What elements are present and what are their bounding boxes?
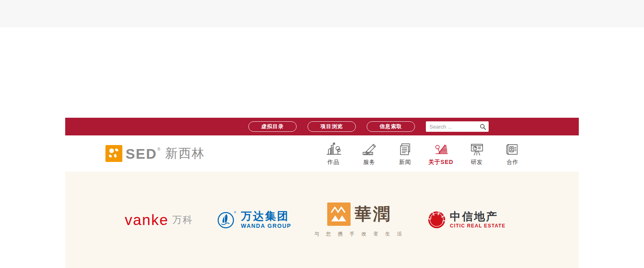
vanke-wordmark: vanke [125,213,169,227]
project-browse-button[interactable]: 项目浏览 [308,121,356,132]
huarun-tagline: 与 您 携 手 改 变 生 活 [314,231,405,237]
hero-white-space [0,27,644,118]
main-header: SED® 新西林 作 [65,135,579,172]
nav-item-works[interactable]: 作品 [316,141,351,166]
nav-item-news[interactable]: 新闻 [387,141,423,166]
huarun-calligraphy: 華潤 [355,203,392,225]
citic-english: CITIC REAL ESTATE [450,223,506,229]
nav-label: 研发 [471,159,483,166]
news-documents-icon [396,141,414,158]
buildings-tree-icon [325,141,343,158]
citic-ring-icon: CITIC [427,211,446,229]
nav-item-cooperation[interactable]: 合作 [495,141,530,166]
wanda-english: WANDA GROUP [241,223,291,229]
magnifier-icon[interactable] [479,123,486,130]
virtual-catalog-button[interactable]: 虚拟目录 [248,121,297,132]
clover-icon [105,145,122,162]
wanda-chinese: 万达集团 [241,211,291,222]
partner-citic[interactable]: CITIC 中信地产 CITIC REAL ESTATE [427,211,506,229]
partner-huarun[interactable]: 華潤 与 您 携 手 改 变 生 活 [314,203,405,237]
search-box [426,121,489,132]
trademark-symbol: ® [234,211,236,214]
partner-vanke[interactable]: vanke 万科 [125,213,193,227]
sail-circle-icon: ® [216,209,237,230]
red-toolbar: 虚拟目录 项目浏览 信息索取 [65,118,579,135]
top-gray-band [0,0,644,27]
nav-label: 服务 [363,159,376,166]
sed-logo[interactable]: SED® 新西林 [105,145,205,162]
citic-chinese: 中信地产 [450,211,506,223]
search-input[interactable] [429,124,479,130]
partner-book-icon [504,141,522,158]
terraced-landscape-icon [432,141,450,158]
trademark-symbol: ® [157,147,161,151]
nav-item-rnd[interactable]: 研发 [459,141,495,166]
logo-latin: SED® [126,147,162,161]
nav-label: 关于SED [429,159,454,166]
partner-wanda[interactable]: ® 万达集团 WANDA GROUP [216,209,291,230]
nav-item-services[interactable]: 服务 [351,141,387,166]
presentation-chart-icon [468,141,486,158]
vanke-chinese: 万科 [172,213,193,226]
partners-strip: vanke 万科 ® 万达集团 WANDA GROUP [65,172,579,268]
logo-chinese: 新西林 [165,145,205,162]
nav-item-about-sed[interactable]: 关于SED [423,141,459,166]
info-request-button[interactable]: 信息索取 [367,121,415,132]
nav-label: 新闻 [399,159,411,166]
nav-label: 合作 [507,159,519,166]
double-mountain-icon [327,203,351,226]
nav-label: 作品 [328,159,340,166]
main-nav: 作品 服务 [316,141,579,166]
pencil-ruler-icon [361,141,378,158]
